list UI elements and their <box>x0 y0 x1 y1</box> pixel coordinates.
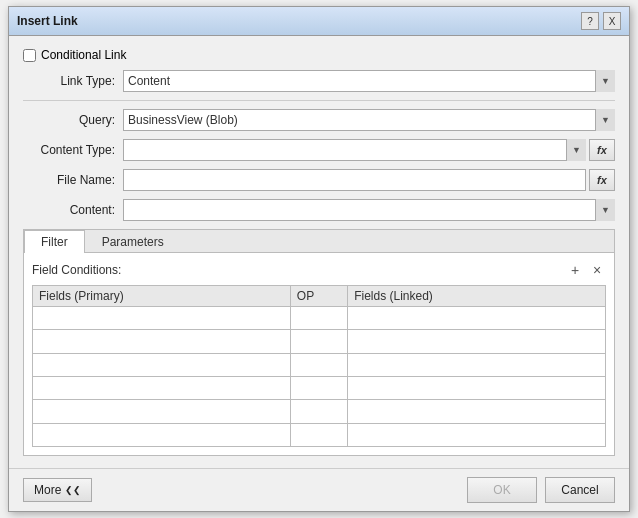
fc-cell-primary <box>33 307 291 330</box>
content-type-label: Content Type: <box>23 143 123 157</box>
fc-empty-row-2 <box>33 330 606 353</box>
content-row: Content: ▼ <box>23 199 615 221</box>
tab-filter[interactable]: Filter <box>24 230 85 253</box>
dialog-footer: More ❮❮ OK Cancel <box>9 468 629 511</box>
file-name-label: File Name: <box>23 173 123 187</box>
separator-1 <box>23 100 615 101</box>
link-type-row: Link Type: Content ▼ <box>23 70 615 92</box>
field-conditions-table: Fields (Primary) OP Fields (Linked) <box>32 285 606 447</box>
link-type-select[interactable]: Content <box>123 70 615 92</box>
field-conditions-header: Field Conditions: + × <box>32 261 606 279</box>
col-header-primary: Fields (Primary) <box>33 286 291 307</box>
fc-empty-row-6 <box>33 423 606 446</box>
more-chevron-icon: ❮❮ <box>65 485 81 495</box>
cancel-button[interactable]: Cancel <box>545 477 615 503</box>
content-type-row: Content Type: ▼ fx <box>23 139 615 161</box>
fc-empty-row-3 <box>33 353 606 376</box>
content-type-select-wrapper: ▼ <box>123 139 586 161</box>
title-bar: Insert Link ? X <box>9 7 629 36</box>
conditional-link-row: Conditional Link <box>23 48 615 62</box>
link-type-label: Link Type: <box>23 74 123 88</box>
fc-empty-row-4 <box>33 376 606 399</box>
field-conditions-label: Field Conditions: <box>32 263 121 277</box>
file-name-fx-button[interactable]: fx <box>589 169 615 191</box>
dialog-title: Insert Link <box>17 14 78 28</box>
fc-empty-row-5 <box>33 400 606 423</box>
fc-cell-linked <box>348 307 606 330</box>
close-button[interactable]: X <box>603 12 621 30</box>
col-header-linked: Fields (Linked) <box>348 286 606 307</box>
more-label: More <box>34 483 61 497</box>
col-header-op: OP <box>290 286 347 307</box>
file-name-input[interactable] <box>123 169 586 191</box>
ok-button[interactable]: OK <box>467 477 537 503</box>
tab-bar: Filter Parameters <box>24 230 614 253</box>
content-type-fx-button[interactable]: fx <box>589 139 615 161</box>
query-select-wrapper: BusinessView (Blob) ▼ <box>123 109 615 131</box>
fc-table-body <box>33 307 606 447</box>
fc-header-row: Fields (Primary) OP Fields (Linked) <box>33 286 606 307</box>
query-label: Query: <box>23 113 123 127</box>
conditional-link-label: Conditional Link <box>41 48 126 62</box>
conditional-link-checkbox[interactable] <box>23 49 36 62</box>
tabs-section: Filter Parameters Field Conditions: + × … <box>23 229 615 456</box>
add-condition-button[interactable]: + <box>566 261 584 279</box>
content-label: Content: <box>23 203 123 217</box>
remove-condition-button[interactable]: × <box>588 261 606 279</box>
tab-parameters[interactable]: Parameters <box>85 230 181 253</box>
more-button[interactable]: More ❮❮ <box>23 478 92 502</box>
link-type-select-wrapper: Content ▼ <box>123 70 615 92</box>
file-name-row: File Name: fx <box>23 169 615 191</box>
footer-right: OK Cancel <box>467 477 615 503</box>
fc-empty-row-1 <box>33 307 606 330</box>
content-select-wrapper: ▼ <box>123 199 615 221</box>
help-button[interactable]: ? <box>581 12 599 30</box>
fc-cell-op <box>290 307 347 330</box>
tab-filter-content: Field Conditions: + × Fields (Primary) O… <box>24 253 614 455</box>
content-select[interactable] <box>123 199 615 221</box>
field-conditions-actions: + × <box>566 261 606 279</box>
dialog-body: Conditional Link Link Type: Content ▼ Qu… <box>9 36 629 468</box>
query-select[interactable]: BusinessView (Blob) <box>123 109 615 131</box>
title-bar-buttons: ? X <box>581 12 621 30</box>
content-type-select[interactable] <box>123 139 586 161</box>
query-row: Query: BusinessView (Blob) ▼ <box>23 109 615 131</box>
insert-link-dialog: Insert Link ? X Conditional Link Link Ty… <box>8 6 630 512</box>
fc-table-head: Fields (Primary) OP Fields (Linked) <box>33 286 606 307</box>
